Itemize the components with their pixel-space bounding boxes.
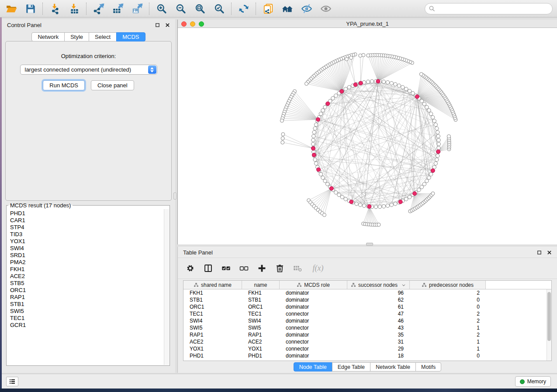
- mcds-result-item[interactable]: STB5: [10, 280, 170, 287]
- close-panel-icon[interactable]: [547, 250, 552, 255]
- mcds-result-item[interactable]: ORC1: [10, 287, 170, 294]
- mcds-result-item[interactable]: GCR1: [10, 322, 170, 329]
- cell-successor-nodes: 35: [347, 332, 410, 338]
- tree-icon: [194, 282, 199, 288]
- mcds-result-item[interactable]: RAP1: [10, 294, 170, 301]
- memory-label: Memory: [527, 378, 546, 385]
- cell-shared-name: SWI5: [183, 325, 242, 331]
- cell-shared-name: PHD1: [183, 353, 242, 359]
- column-header-shared-name[interactable]: shared name: [183, 281, 242, 289]
- task-history-button[interactable]: [6, 377, 18, 386]
- zoom-fit-icon[interactable]: [194, 3, 206, 14]
- mcds-result-item[interactable]: PMA2: [10, 259, 170, 266]
- open-folder-icon[interactable]: [5, 3, 17, 14]
- table-scrollbar-thumb[interactable]: [547, 292, 551, 341]
- cell-predecessor-nodes: 0: [410, 297, 486, 303]
- cell-MCDS-role: connector: [280, 311, 347, 317]
- search-box[interactable]: [425, 3, 553, 14]
- tree-icon: [351, 282, 356, 288]
- export-image-icon[interactable]: [131, 3, 143, 14]
- add-icon[interactable]: [257, 264, 266, 273]
- import-table-icon[interactable]: [68, 3, 80, 14]
- search-input[interactable]: [436, 4, 552, 13]
- run-mcds-button[interactable]: Run MCDS: [43, 80, 85, 90]
- mcds-result-item[interactable]: PHD1: [10, 210, 170, 217]
- mcds-result-item[interactable]: SWI5: [10, 308, 170, 315]
- column-header-predecessor-nodes[interactable]: predecessor nodes: [410, 281, 486, 289]
- mcds-result-item[interactable]: TID3: [10, 231, 170, 238]
- tab-mcds[interactable]: MCDS: [116, 32, 145, 41]
- table-row[interactable]: YOX1YOX1connector291: [183, 345, 551, 352]
- tab-node-table[interactable]: Node Table: [294, 362, 332, 371]
- float-panel-icon[interactable]: [537, 250, 542, 255]
- control-panel-tabs: NetworkStyleSelectMCDS: [2, 32, 175, 41]
- table-scrollbar[interactable]: [547, 289, 551, 361]
- maximize-window-button[interactable]: [199, 21, 204, 27]
- table-header-row: shared namenameMCDS rolesuccessor nodesp…: [183, 281, 551, 289]
- mcds-result-item[interactable]: TEC1: [10, 315, 170, 322]
- zoom-selected-icon[interactable]: [213, 3, 225, 14]
- tab-select[interactable]: Select: [89, 32, 117, 41]
- tab-motifs[interactable]: Motifs: [415, 362, 441, 371]
- minimize-window-button[interactable]: [190, 21, 195, 27]
- table-row[interactable]: STB1STB1dominator620: [183, 296, 551, 303]
- vertical-splitter-grabber[interactable]: [173, 193, 176, 199]
- settings-gear-icon[interactable]: [185, 264, 195, 273]
- dropdown-stepper-icon: [148, 65, 156, 74]
- cytoscape-window: Control Panel NetworkStyleSelectMCDS Opt…: [0, 0, 557, 392]
- table-row[interactable]: SWI4SWI4dominator462: [183, 317, 551, 324]
- close-window-button[interactable]: [181, 21, 187, 27]
- criterion-dropdown[interactable]: largest connected component (undirected): [20, 65, 157, 75]
- mcds-result-item[interactable]: SRD1: [10, 252, 170, 259]
- delete-icon[interactable]: [275, 264, 284, 273]
- table-row[interactable]: SWI5SWI5connector431: [183, 324, 551, 331]
- network-canvas[interactable]: [178, 28, 557, 244]
- network-graph[interactable]: [178, 28, 557, 244]
- cell-successor-nodes: 47: [347, 311, 410, 317]
- zoom-out-icon[interactable]: [175, 3, 187, 14]
- zoom-in-icon[interactable]: [156, 3, 167, 14]
- mcds-result-item[interactable]: YOX1: [10, 238, 170, 245]
- mcds-result-item[interactable]: CAR1: [10, 217, 170, 224]
- export-network-icon[interactable]: [93, 3, 104, 14]
- clone-network-icon[interactable]: [262, 3, 274, 14]
- mcds-list-scrollbar[interactable]: [164, 209, 169, 365]
- refresh-icon[interactable]: [238, 3, 249, 14]
- tab-network[interactable]: Network: [31, 32, 65, 41]
- mcds-result-item[interactable]: ACE2: [10, 273, 170, 280]
- column-header-MCDS-role[interactable]: MCDS role: [280, 281, 347, 289]
- mcds-result-item[interactable]: FKH1: [10, 266, 170, 273]
- close-panel-icon[interactable]: [165, 23, 170, 28]
- columns-icon[interactable]: [203, 264, 213, 273]
- tab-edge-table[interactable]: Edge Table: [332, 362, 370, 371]
- table-row[interactable]: ORC1ORC1dominator610: [183, 303, 551, 310]
- float-panel-icon[interactable]: [155, 23, 160, 28]
- export-table-icon[interactable]: [112, 3, 124, 14]
- table-row[interactable]: RAP1RAP1dominator352: [183, 331, 551, 338]
- table-row[interactable]: FKH1FKH1dominator962: [183, 289, 551, 296]
- import-network-icon[interactable]: [49, 3, 61, 14]
- cell-successor-nodes: 18: [347, 353, 410, 359]
- cell-shared-name: ORC1: [183, 304, 242, 310]
- tab-style[interactable]: Style: [64, 32, 89, 41]
- column-header-successor-nodes[interactable]: successor nodes: [347, 281, 410, 289]
- control-panel-titlebar: Control Panel: [2, 19, 175, 31]
- criterion-dropdown-value: largest connected component (undirected): [21, 66, 131, 73]
- table-row[interactable]: ACE2ACE2connector311: [183, 338, 551, 345]
- horizontal-splitter-grabber[interactable]: [366, 243, 373, 246]
- table-row[interactable]: TEC1TEC1connector472: [183, 310, 551, 317]
- hide-eye-icon[interactable]: [301, 3, 312, 14]
- show-eye-icon[interactable]: [320, 3, 332, 14]
- home-icon[interactable]: [281, 3, 293, 14]
- memory-button[interactable]: Memory: [515, 376, 551, 387]
- mcds-result-item[interactable]: SWI4: [10, 245, 170, 252]
- deselect-all-icon[interactable]: [239, 264, 249, 273]
- save-icon[interactable]: [24, 3, 36, 14]
- table-row[interactable]: PHD1PHD1dominator180: [183, 352, 551, 359]
- select-all-icon[interactable]: [221, 264, 231, 273]
- mcds-result-item[interactable]: STB1: [10, 301, 170, 308]
- close-panel-button[interactable]: Close panel: [91, 80, 134, 90]
- mcds-result-item[interactable]: STP4: [10, 224, 170, 231]
- column-header-name[interactable]: name: [242, 281, 280, 289]
- tab-network-table[interactable]: Network Table: [370, 362, 416, 371]
